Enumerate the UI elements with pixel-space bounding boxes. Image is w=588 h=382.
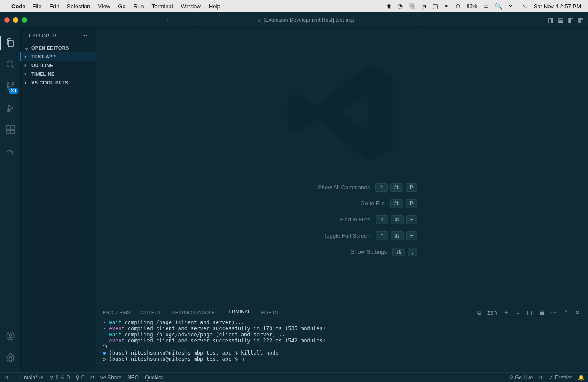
key: ⌘ bbox=[391, 215, 404, 224]
tab-debug-console[interactable]: DEBUG CONSOLE bbox=[172, 310, 215, 315]
tab-terminal[interactable]: TERMINAL bbox=[225, 309, 251, 316]
search-icon: ⌕ bbox=[258, 17, 261, 23]
activity-run-debug[interactable] bbox=[0, 97, 21, 118]
command-center[interactable]: ⌕ [Extension Development Host] test-app bbox=[194, 15, 418, 25]
panel: PROBLEMS OUTPUT DEBUG CONSOLE TERMINAL P… bbox=[95, 305, 588, 372]
spotlight-icon[interactable]: 🔍 bbox=[495, 3, 502, 10]
control-center-icon[interactable]: ⌥ bbox=[521, 3, 528, 10]
key: P bbox=[406, 183, 417, 192]
sidebar-more-icon[interactable]: ⋯ bbox=[82, 33, 87, 39]
shortcut-label: Go to File bbox=[281, 200, 385, 207]
section-test-app[interactable]: ›TEST-APP bbox=[21, 52, 95, 61]
section-open-editors[interactable]: ⌄OPEN EDITORS bbox=[21, 44, 95, 52]
section-label: VS CODE PETS bbox=[31, 80, 68, 85]
error-icon: ⊘ bbox=[50, 375, 54, 381]
malwarebytes-icon[interactable]: ϻ bbox=[422, 3, 426, 10]
wifi-icon[interactable]: ᯤ bbox=[508, 3, 514, 10]
sidebar: EXPLORER ⋯ ⌄OPEN EDITORS ›TEST-APP ›OUTL… bbox=[21, 28, 95, 372]
datetime[interactable]: Sat Nov 4 2:57 PM bbox=[534, 3, 581, 10]
terminal-line: - event compiled client and server succe… bbox=[103, 325, 580, 332]
nav-back-icon[interactable]: ← bbox=[165, 16, 172, 24]
svg-point-0 bbox=[7, 61, 13, 67]
nav-forward-icon[interactable]: → bbox=[178, 16, 185, 24]
section-label: TEST-APP bbox=[31, 54, 56, 59]
terminal-line: ● (base) niteshsunku@niteshs-mbp test-ap… bbox=[103, 350, 580, 356]
battery-icon[interactable]: ▭ bbox=[483, 3, 489, 10]
notifications-icon[interactable]: 🔔 bbox=[578, 375, 585, 381]
tabnine-status[interactable]: ⧉ bbox=[539, 375, 543, 381]
activity-explorer[interactable] bbox=[0, 32, 21, 53]
problems-status[interactable]: ⊘0⚠0 bbox=[50, 375, 70, 381]
close-window-button[interactable] bbox=[4, 17, 10, 23]
antenna-icon: ⚲ bbox=[76, 375, 80, 381]
shortcut-row: Toggle Full Screen⌃⌘F bbox=[266, 231, 417, 240]
menu-help[interactable]: Help bbox=[209, 3, 220, 10]
minimize-window-button[interactable] bbox=[13, 17, 18, 23]
battery-percent[interactable]: 80% bbox=[467, 3, 477, 9]
menu-selection[interactable]: Selection bbox=[67, 3, 90, 10]
svg-point-3 bbox=[7, 88, 9, 90]
live-share-status[interactable]: ⟳Live Share bbox=[90, 375, 121, 381]
key: ⌘ bbox=[390, 183, 403, 192]
window-controls bbox=[4, 17, 27, 23]
go-live-status[interactable]: ⚲Go Live bbox=[509, 375, 533, 381]
activity-search[interactable] bbox=[0, 54, 21, 75]
menu-go[interactable]: Go bbox=[118, 3, 125, 10]
terminal-body[interactable]: - wait compiling /page (client and serve… bbox=[95, 319, 588, 372]
terminal-line: - wait compiling /blogs/advice/page (cli… bbox=[103, 332, 580, 338]
welcome-shortcuts: Show All Commands⇧⌘PGo to File⌘PFind in … bbox=[266, 183, 417, 256]
menu-terminal[interactable]: Terminal bbox=[152, 3, 173, 10]
layout-panel-icon[interactable]: ⬓ bbox=[558, 17, 564, 23]
activity-source-control[interactable]: 23 bbox=[0, 76, 21, 97]
section-vscode-pets[interactable]: ›VS CODE PETS bbox=[21, 78, 95, 87]
maximize-panel-icon[interactable]: ⌃ bbox=[563, 309, 568, 316]
neo-status[interactable]: NEO bbox=[127, 375, 139, 381]
nordvpn-icon[interactable]: ◔ bbox=[398, 3, 403, 10]
prettier-status[interactable]: ✓Prettier bbox=[549, 375, 572, 381]
menu-file[interactable]: File bbox=[33, 3, 42, 10]
menu-window[interactable]: Window bbox=[181, 3, 201, 10]
svg-rect-8 bbox=[11, 126, 14, 129]
layout-primary-sidebar-icon[interactable]: ◨ bbox=[548, 17, 554, 23]
activity-extensions[interactable] bbox=[0, 119, 21, 140]
tab-ports[interactable]: PORTS bbox=[261, 310, 278, 315]
new-terminal-icon[interactable]: ＋ bbox=[503, 308, 509, 316]
evernote-icon[interactable]: 🐘 bbox=[409, 3, 416, 10]
close-panel-icon[interactable]: ✕ bbox=[575, 309, 580, 316]
activity-accounts[interactable] bbox=[0, 325, 21, 346]
section-timeline[interactable]: ›TIMELINE bbox=[21, 70, 95, 78]
remote-button[interactable]: ⧉ bbox=[0, 373, 13, 382]
terminal-dropdown-icon[interactable]: ⌄ bbox=[515, 309, 521, 316]
ports-status[interactable]: ⚲0 bbox=[76, 375, 84, 381]
play-icon[interactable]: ⊙ bbox=[455, 3, 461, 10]
quokka-status[interactable]: Quokka bbox=[145, 375, 163, 381]
svg-rect-6 bbox=[7, 130, 10, 134]
layout-secondary-sidebar-icon[interactable]: ◧ bbox=[568, 17, 574, 23]
activity-settings[interactable] bbox=[0, 347, 21, 368]
terminal-shell-name[interactable]: zsh bbox=[487, 309, 497, 316]
broadcast-icon: ⚲ bbox=[509, 375, 513, 381]
terminal-line: ^C bbox=[103, 344, 580, 350]
section-label: OUTLINE bbox=[31, 63, 53, 68]
key: ⇧ bbox=[376, 215, 388, 224]
app-name[interactable]: Code bbox=[11, 3, 26, 10]
split-terminal-icon[interactable]: ▥ bbox=[527, 309, 532, 316]
menu-view[interactable]: View bbox=[98, 3, 110, 10]
kill-terminal-icon[interactable]: 🗑 bbox=[539, 309, 545, 316]
activity-share[interactable] bbox=[0, 141, 21, 162]
menu-edit[interactable]: Edit bbox=[49, 3, 59, 10]
menu-run[interactable]: Run bbox=[134, 3, 144, 10]
terminal-shell-icon[interactable]: ⧉ bbox=[477, 309, 481, 316]
record-icon[interactable]: ◉ bbox=[386, 3, 391, 10]
stage-manager-icon[interactable]: ▢ bbox=[432, 3, 438, 10]
bluetooth-icon[interactable]: ⚭ bbox=[444, 3, 449, 10]
shortcut-row: Show Settings⌘, bbox=[266, 248, 417, 256]
tab-problems[interactable]: PROBLEMS bbox=[103, 310, 130, 315]
layout-customize-icon[interactable]: ▦ bbox=[578, 17, 584, 23]
shortcut-row: Go to File⌘P bbox=[266, 199, 417, 208]
branch-status[interactable]: ᚶmain*⟳ bbox=[19, 375, 43, 381]
tab-output[interactable]: OUTPUT bbox=[141, 310, 161, 315]
maximize-window-button[interactable] bbox=[22, 17, 27, 23]
terminal-more-icon[interactable]: ⋯ bbox=[551, 309, 557, 316]
section-outline[interactable]: ›OUTLINE bbox=[21, 61, 95, 70]
